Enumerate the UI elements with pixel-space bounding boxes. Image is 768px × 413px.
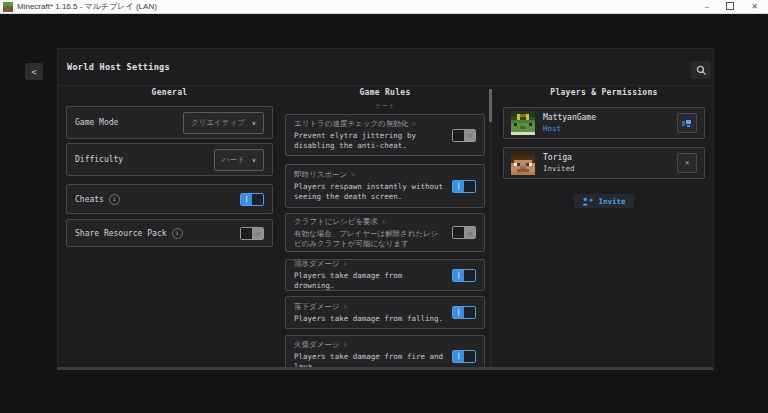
rule-fall-damage: 落下ダメージ⚐ Players take damage from falling…: [285, 296, 485, 329]
search-button[interactable]: [691, 61, 711, 79]
rule-flag-icon: ⚐: [382, 218, 386, 226]
share-resource-pack-label: Share Resource Pack: [75, 229, 167, 238]
invite-label: Invite: [598, 197, 625, 206]
rule-description: Prevent elytra jittering by disabling th…: [294, 131, 446, 151]
toggle-on-mark: |: [456, 309, 460, 316]
rule-flag-icon: ⚐: [344, 303, 348, 311]
toggle-on-mark: |: [456, 272, 460, 279]
rule-description: Players take damage from drowning.: [294, 271, 446, 291]
game-rules-section: Game Rules チート エリトラの速度チェックの無効化⚐ Prevent …: [285, 86, 485, 370]
player-row-host: MattyanGame Host: [503, 107, 705, 139]
toggle-off-mark: ○: [256, 230, 260, 236]
rule-toggle[interactable]: | ○: [452, 269, 476, 282]
rule-title: エリトラの速度チェックの無効化: [294, 119, 408, 129]
player-row-invited: Toriga Invited ✕: [503, 147, 705, 179]
info-icon[interactable]: i: [172, 228, 183, 239]
chevron-down-icon: ∨: [252, 156, 256, 162]
player-name: MattyanGame: [543, 113, 677, 122]
player-avatar: [511, 151, 535, 175]
cheats-row: Cheats i | ○: [66, 184, 273, 214]
operator-permission-button[interactable]: [677, 113, 697, 133]
game-mode-dropdown[interactable]: クリエイティブ ∨: [183, 112, 264, 134]
game-mode-value: クリエイティブ: [191, 118, 245, 128]
chevron-down-icon: ∨: [252, 119, 256, 125]
scrollbar-thumb[interactable]: [489, 89, 492, 122]
players-section: Players & Permissions M: [503, 86, 705, 208]
player-status: Invited: [543, 164, 677, 173]
rule-elytra-anticheat: エリトラの速度チェックの無効化⚐ Prevent elytra jitterin…: [285, 114, 485, 156]
back-chevron-icon: <: [31, 67, 36, 77]
rule-title: 火傷ダメージ: [294, 340, 340, 350]
difficulty-row: Difficulty ハード ∨: [66, 143, 273, 176]
game-rules-section-title: Game Rules: [285, 86, 485, 100]
cheats-toggle[interactable]: | ○: [240, 193, 264, 206]
info-icon[interactable]: i: [109, 194, 120, 205]
page-title: World Host Settings: [67, 62, 170, 72]
player-avatar: [511, 111, 535, 135]
maximize-icon[interactable]: [726, 2, 734, 12]
window-close-icon[interactable]: ✕: [751, 3, 758, 11]
world-host-settings-screen: Minecraft* 1.16.5 - マルチプレイ (LAN) – ✕ < W…: [0, 0, 768, 413]
difficulty-value: ハード: [222, 155, 245, 165]
player-name: Toriga: [543, 153, 677, 162]
toggle-on-mark: |: [244, 196, 248, 203]
minecraft-grass-icon: [3, 2, 13, 12]
rule-description: Players take damage from falling.: [294, 314, 446, 324]
toggle-on-mark: |: [456, 353, 460, 360]
rule-toggle[interactable]: | ○: [452, 180, 476, 193]
rule-title: 溺水ダメージ: [294, 259, 340, 269]
remove-player-button[interactable]: ✕: [677, 153, 697, 173]
general-section: General Game Mode クリエイティブ ∨ Difficulty ハ…: [66, 86, 273, 247]
rule-flag-icon: ⚐: [344, 260, 348, 268]
settings-panel: World Host Settings General Game Mode クリ…: [57, 48, 714, 370]
game-mode-label: Game Mode: [75, 118, 118, 127]
difficulty-label: Difficulty: [75, 155, 123, 164]
rule-title: 落下ダメージ: [294, 302, 340, 312]
rule-toggle[interactable]: | ○: [452, 226, 476, 239]
rule-toggle[interactable]: | ○: [452, 350, 476, 363]
share-resource-pack-toggle[interactable]: | ○: [240, 227, 264, 240]
rule-flag-icon: ⚐: [344, 341, 348, 349]
rule-fire-damage: 火傷ダメージ⚐ Players take damage from fire an…: [285, 335, 485, 370]
rule-title: 即時リスポーン: [294, 170, 347, 180]
general-section-title: General: [66, 86, 273, 106]
invite-button[interactable]: Invite: [574, 194, 633, 208]
rule-title: クラフトにレシピを要求: [294, 217, 378, 227]
rule-instant-respawn: 即時リスポーン⚐ Players respawn instantly witho…: [285, 164, 485, 208]
operator-icon: [682, 119, 692, 128]
minimize-icon[interactable]: –: [705, 3, 709, 11]
back-button[interactable]: <: [25, 63, 43, 80]
toggle-off-mark: ○: [468, 230, 472, 236]
toggle-on-mark: |: [456, 183, 460, 190]
rule-toggle[interactable]: | ○: [452, 129, 476, 142]
rule-flag-icon: ⚐: [351, 171, 355, 179]
cheats-label: Cheats: [75, 195, 104, 204]
search-icon: [696, 65, 707, 76]
close-icon: ✕: [685, 159, 689, 167]
player-status: Host: [543, 124, 677, 133]
os-titlebar: Minecraft* 1.16.5 - マルチプレイ (LAN) – ✕: [0, 0, 768, 14]
rule-toggle[interactable]: | ○: [452, 306, 476, 319]
rules-scrollbar[interactable]: [489, 89, 492, 367]
rule-description: Players respawn instantly without seeing…: [294, 182, 446, 202]
difficulty-dropdown[interactable]: ハード ∨: [214, 149, 264, 171]
rule-recipes-required: クラフトにレシピを要求⚐ 有効な場合、プレイヤーは解除されたレシピのみクラフトが…: [285, 213, 485, 252]
rule-flag-icon: ⚐: [412, 120, 416, 128]
window-title: Minecraft* 1.16.5 - マルチプレイ (LAN): [17, 1, 157, 12]
rules-category-label: チート: [285, 100, 485, 114]
rule-description: Players take damage from fire and lava.: [294, 352, 446, 370]
rule-description: 有効な場合、プレイヤーは解除されたレシピのみクラフトが可能になります: [294, 229, 446, 249]
game-mode-row: Game Mode クリエイティブ ∨: [66, 106, 273, 139]
toggle-off-mark: ○: [468, 132, 472, 138]
share-resource-pack-row: Share Resource Pack i | ○: [66, 219, 273, 247]
invite-person-icon: [582, 197, 593, 206]
players-section-title: Players & Permissions: [503, 86, 705, 100]
rule-drowning-damage: 溺水ダメージ⚐ Players take damage from drownin…: [285, 259, 485, 291]
window-controls: – ✕: [705, 2, 768, 12]
